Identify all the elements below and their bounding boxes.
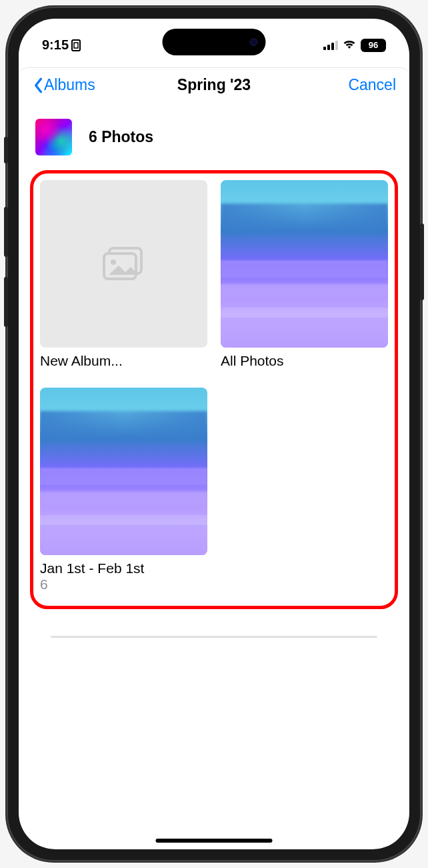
nav-bar: Albums Spring '23 Cancel [19,67,409,102]
iphone-frame: 9:15 96 [7,7,421,861]
all-photos-cover [221,180,388,348]
album-grid: New Album... All Photos Jan 1st - Feb 1s… [40,180,388,592]
home-indicator[interactable] [156,839,273,843]
album-label: Jan 1st - Feb 1st [40,560,207,576]
wifi-icon [343,37,356,53]
selection-info: 6 Photos [19,102,409,167]
front-camera [250,38,258,46]
screen: 9:15 96 [19,19,409,849]
battery-percent: 96 [369,40,378,50]
status-right: 96 [323,37,386,53]
album-label: All Photos [221,353,388,369]
cellular-icon [323,40,338,50]
power-button [420,224,424,300]
svg-rect-0 [74,43,78,48]
volume-up-button [4,207,8,257]
back-label: Albums [44,76,95,94]
album-new[interactable]: New Album... [40,180,207,369]
album-count: 6 [40,576,207,592]
svg-point-3 [111,260,116,265]
new-album-cover [40,180,207,348]
selection-count-label: 6 Photos [89,128,153,146]
status-left: 9:15 [42,37,81,53]
back-button[interactable]: Albums [32,76,95,94]
page-title: Spring '23 [177,76,251,94]
status-time: 9:15 [42,37,69,53]
svg-rect-2 [104,254,136,279]
dynamic-island [163,29,266,55]
album-jan-feb[interactable]: Jan 1st - Feb 1st 6 [40,388,207,592]
placeholder-photos-icon [99,242,149,286]
album-cover [40,388,207,555]
side-button [4,137,8,163]
volume-down-button [4,277,8,327]
annotation-highlight-box: New Album... All Photos Jan 1st - Feb 1s… [30,170,398,609]
chevron-left-icon [32,77,44,93]
album-all-photos[interactable]: All Photos [221,180,388,369]
sim-icon [71,39,81,51]
album-label: New Album... [40,353,207,369]
section-divider [51,636,377,638]
selection-thumbnail [35,119,72,155]
cancel-button[interactable]: Cancel [348,76,396,94]
battery-icon: 96 [361,39,386,52]
